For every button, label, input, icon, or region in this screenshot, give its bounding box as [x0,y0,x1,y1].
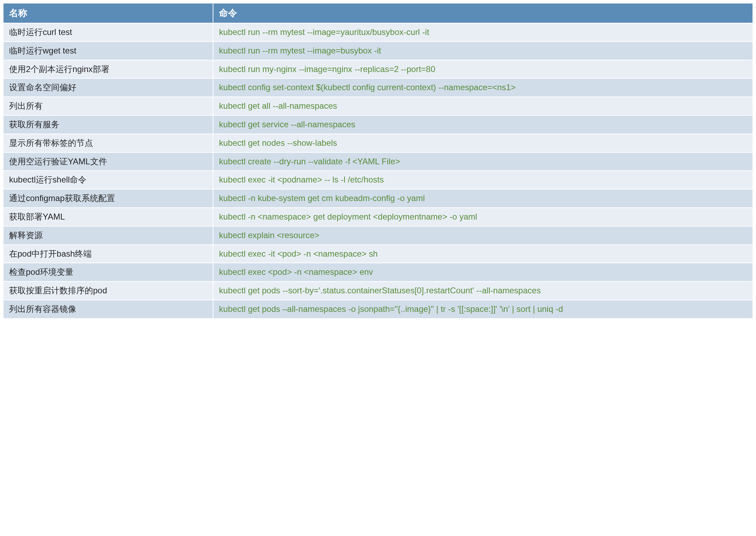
row-command: kubectl -n kube-system get cm kubeadm-co… [213,189,753,208]
table-row: 获取部署YAMLkubectl -n <namespace> get deplo… [3,208,753,226]
table-row: 获取按重启计数排序的podkubectl get pods --sort-by=… [3,281,753,300]
table-row: 设置命名空间偏好kubectl config set-context $(kub… [3,78,753,97]
row-command: kubectl -n <namespace> get deployment <d… [213,208,753,226]
row-command: kubectl create --dry-run --validate -f <… [213,152,753,171]
table-row: 使用空运行验证YAML文件kubectl create --dry-run --… [3,152,753,171]
row-name: 获取部署YAML [3,208,213,226]
row-command: kubectl get service --all-namespaces [213,115,753,134]
table-row: kubectl运行shell命令kubectl exec -it <podnam… [3,171,753,189]
row-name: 解释资源 [3,226,213,245]
row-command: kubectl exec -it <podname> -- ls -l /etc… [213,171,753,189]
table-row: 列出所有 kubectl get all --all-namespaces [3,97,753,115]
row-name: 检查pod环境变量 [3,263,213,281]
table-row: 解释资源kubectl explain <resource> [3,226,753,245]
row-command: kubectl run --rm mytest --image=busybox … [213,42,753,60]
row-command: kubectl exec -it <pod> -n <namespace> sh [213,245,753,263]
row-name: 显示所有带标签的节点 [3,134,213,152]
table-row: 检查pod环境变量kubectl exec <pod> -n <namespac… [3,263,753,281]
table-row: 通过configmap获取系统配置kubectl -n kube-system … [3,189,753,208]
table-row: 临时运行curl testkubectl run --rm mytest --i… [3,23,753,42]
table-header-row: 名称 命令 [3,3,753,23]
row-command: kubectl run --rm mytest --image=yauritux… [213,23,753,42]
row-name: 获取所有服务 [3,115,213,134]
table-row: 在pod中打开bash终端kubectl exec -it <pod> -n <… [3,245,753,263]
row-command: kubectl run my-nginx --image=nginx --rep… [213,60,753,79]
row-command: kubectl get nodes --show-labels [213,134,753,152]
row-name: 使用2个副本运行nginx部署 [3,60,213,79]
table-row: 使用2个副本运行nginx部署kubectl run my-nginx --im… [3,60,753,79]
row-command: kubectl get pods –all-namespaces -o json… [213,300,753,319]
row-name: kubectl运行shell命令 [3,171,213,189]
table-row: 列出所有容器镜像kubectl get pods –all-namespaces… [3,300,753,319]
kubectl-commands-table: 名称 命令 临时运行curl testkubectl run --rm myte… [3,3,753,319]
row-name: 列出所有 [3,97,213,115]
row-command: kubectl get pods --sort-by='.status.cont… [213,281,753,300]
row-name: 设置命名空间偏好 [3,78,213,97]
row-command: kubectl explain <resource> [213,226,753,245]
row-name: 列出所有容器镜像 [3,300,213,319]
table-row: 显示所有带标签的节点kubectl get nodes --show-label… [3,134,753,152]
table-row: 获取所有服务 kubectl get service --all-namespa… [3,115,753,134]
row-name: 临时运行curl test [3,23,213,42]
row-name: 临时运行wget test [3,42,213,60]
table-row: 临时运行wget testkubectl run --rm mytest --i… [3,42,753,60]
row-name: 获取按重启计数排序的pod [3,281,213,300]
row-command: kubectl exec <pod> -n <namespace> env [213,263,753,281]
row-name: 使用空运行验证YAML文件 [3,152,213,171]
row-command: kubectl config set-context $(kubectl con… [213,78,753,97]
row-command: kubectl get all --all-namespaces [213,97,753,115]
header-name: 名称 [3,3,213,23]
row-name: 在pod中打开bash终端 [3,245,213,263]
row-name: 通过configmap获取系统配置 [3,189,213,208]
header-command: 命令 [213,3,753,23]
